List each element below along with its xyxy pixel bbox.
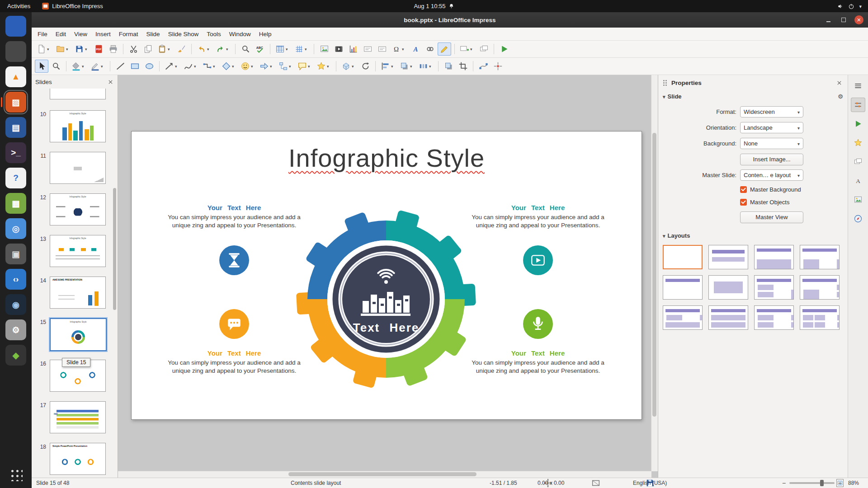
toolbar-button-insert-image[interactable] (317, 42, 331, 56)
toolbar-button-rectangle[interactable] (128, 60, 142, 73)
layout-option-title-content[interactable] (754, 245, 794, 269)
toolbar-button-select[interactable] (35, 60, 48, 73)
slide-thumb-18[interactable]: 18 Simple PowerPoint Presentation (32, 443, 118, 475)
toolbar-button-fontwork[interactable] (409, 42, 422, 56)
video-circle[interactable] (523, 245, 553, 275)
dock-item-app-center[interactable]: ◆ (0, 345, 32, 366)
toolbar-button-insert-line[interactable] (113, 60, 127, 73)
toolbar-button-lines-and-arrows[interactable] (163, 60, 181, 73)
toolbar-button-insert-media[interactable] (332, 42, 345, 56)
toolbar-button-edit-points[interactable] (476, 60, 490, 73)
zoom-out-button[interactable] (782, 478, 786, 488)
toolbar-button-line-color[interactable] (89, 60, 107, 73)
dock-item-gimp[interactable] (0, 41, 32, 62)
horizontal-scrollbar-thumb[interactable] (288, 472, 476, 476)
layout-option-blank[interactable] (663, 245, 703, 269)
horizontal-scrollbar[interactable] (118, 471, 651, 478)
toolbar-button-spelling[interactable] (253, 42, 267, 56)
toolbar-button-find-replace[interactable] (239, 42, 252, 56)
hourglass-circle[interactable] (219, 245, 249, 275)
master-view-button[interactable]: Master View (740, 211, 803, 223)
layout-option-content-over-content[interactable] (708, 305, 748, 330)
text-block-bottom-right[interactable]: Your Text Here You can simply impress yo… (470, 349, 606, 375)
vertical-scrollbar-thumb[interactable] (652, 133, 656, 417)
section-settings-icon[interactable]: ⚙ (838, 93, 843, 100)
menu-item-tools[interactable]: Tools (203, 29, 225, 39)
slide-thumb-11[interactable]: 11 (32, 152, 118, 184)
master-background-checkbox[interactable]: Master Background (658, 185, 848, 194)
sidebar-tab-animation[interactable] (851, 136, 865, 150)
toolbar-button-show-draw-functions[interactable] (438, 42, 451, 56)
toolbar-button-new[interactable] (35, 42, 53, 56)
toolbar-button-callout-shapes[interactable] (296, 60, 314, 73)
text-block-top-right[interactable]: Your Text Here You can simply impress yo… (470, 204, 606, 230)
toolbar-button-insert-textbox[interactable] (361, 42, 374, 56)
text-block-bottom-left[interactable]: Your Text Here You can simply impress yo… (166, 349, 302, 375)
dock-item-vlc[interactable]: ▲ (0, 66, 32, 87)
toolbar-button-block-arrows[interactable] (258, 60, 276, 73)
master-slide-select[interactable]: Conten… e layout (740, 169, 803, 181)
slide-thumb-10[interactable]: 10 Infographic Style (32, 110, 118, 143)
toolbar-button-hyperlink[interactable] (423, 42, 437, 56)
dock-item-libreoffice-calc[interactable]: ▦ (0, 193, 32, 214)
dock-item-terminal[interactable]: >_ (0, 142, 32, 163)
toolbar-button-ellipse[interactable] (142, 60, 156, 73)
toolbar-button-3d-objects[interactable] (340, 60, 358, 73)
toolbar-button-star-shapes[interactable] (315, 60, 333, 73)
toolbar-button-shadow[interactable] (442, 60, 455, 73)
gear-infographic[interactable]: Text Here (296, 209, 476, 389)
orientation-select[interactable]: Landscape (740, 122, 803, 133)
chat-circle[interactable] (219, 309, 249, 339)
sidebar-tab-master-slides[interactable] (851, 155, 865, 169)
zoom-in-button[interactable] (838, 478, 842, 488)
sidebar-tab-styles[interactable] (851, 174, 865, 188)
slide-thumb-13[interactable]: 13 Infographic Style (32, 235, 118, 267)
slide-indicator[interactable]: Slide 15 of 48 (36, 478, 69, 488)
system-indicators[interactable] (837, 3, 868, 9)
menu-item-format[interactable]: Format (115, 29, 142, 39)
activities-button[interactable]: Activities (0, 3, 38, 9)
toolbar-button-undo[interactable] (195, 42, 213, 56)
sidebar-tab-gallery[interactable] (851, 192, 865, 207)
toolbar-button-connectors[interactable] (201, 60, 219, 73)
menu-item-insert[interactable]: Insert (91, 29, 115, 39)
sidebar-tab-sidebar-menu[interactable] (851, 79, 865, 93)
menu-item-file[interactable]: File (33, 29, 52, 39)
layout-option-centered-text[interactable] (708, 275, 748, 300)
toolbar-button-symbol-shapes[interactable] (239, 60, 257, 73)
minimize-button[interactable] (824, 15, 833, 24)
slide-thumb-14[interactable]: 14 AWESOME PRESENTATION (32, 277, 118, 309)
layout-option-title-two-content[interactable] (800, 245, 840, 269)
microphone-circle[interactable] (523, 309, 553, 339)
toolbar-button-basic-shapes[interactable] (220, 60, 238, 73)
slide-section-header[interactable]: Slide ⚙ (658, 90, 848, 102)
clock[interactable]: Aug 1 10:55 (0, 0, 868, 12)
toolbar-button-insert-table[interactable] (274, 42, 292, 56)
maximize-button[interactable] (839, 15, 848, 24)
dock-item-files[interactable]: ▣ (0, 244, 32, 264)
dock-item-settings[interactable]: ⚙ (0, 319, 32, 340)
toolbar-button-export-pdf[interactable] (92, 42, 105, 56)
toolbar-button-redo[interactable] (214, 42, 232, 56)
layouts-section-header[interactable]: Layouts (658, 230, 848, 241)
active-app-indicator[interactable]: LibreOffice Impress (38, 3, 107, 9)
toolbar-button-copy[interactable] (141, 42, 155, 56)
sidebar-tab-slide-transition[interactable] (851, 117, 865, 131)
dock-item-firefox[interactable] (0, 16, 32, 37)
toolbar-button-new-slide[interactable] (458, 42, 476, 56)
language-selector[interactable]: English (USA) (633, 478, 667, 488)
toolbar-button-curves-and-polygons[interactable] (182, 60, 200, 73)
background-select[interactable]: None (740, 138, 803, 149)
toolbar-button-print[interactable] (106, 42, 120, 56)
toolbar-button-zoom[interactable] (49, 60, 63, 73)
toolbar-button-insert-chart[interactable] (346, 42, 360, 56)
gear-center-label[interactable]: Text Here (353, 321, 420, 334)
toolbar-button-rotate[interactable] (359, 60, 372, 73)
close-button[interactable] (854, 15, 863, 24)
layout-option-title-only[interactable] (663, 275, 703, 300)
window-titlebar[interactable]: book.pptx - LibreOffice Impress (32, 12, 868, 28)
toolbar-button-glue-points[interactable] (491, 60, 505, 73)
toolbar-button-arrange[interactable] (398, 60, 416, 73)
menu-item-help[interactable]: Help (255, 29, 276, 39)
toolbar-button-clone-formatting[interactable] (175, 42, 188, 56)
